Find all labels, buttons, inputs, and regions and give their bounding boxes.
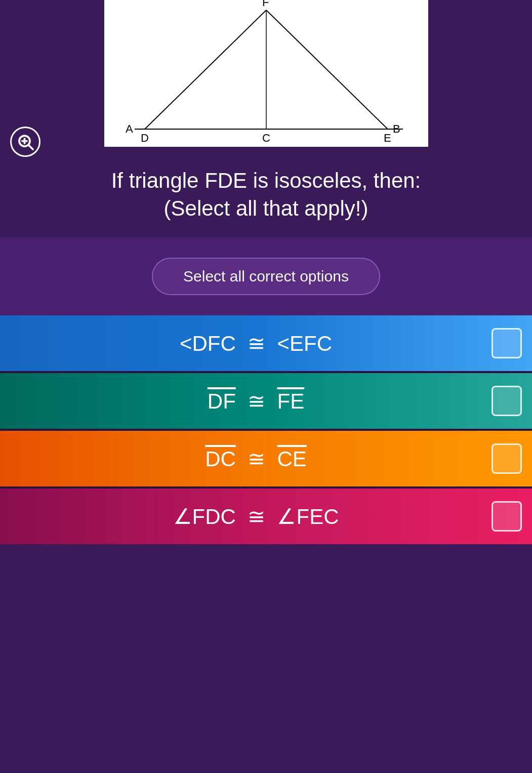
option-fdc-fec[interactable]: ∠FDC ≅ ∠FEC [0, 489, 532, 544]
option-df-fe-checkbox[interactable] [492, 386, 522, 416]
svg-text:E: E [384, 132, 391, 144]
svg-text:D: D [141, 132, 149, 144]
svg-line-5 [266, 10, 388, 129]
svg-text:A: A [126, 123, 133, 135]
instruction-pill: Select all correct options [152, 258, 380, 295]
option-dfc-efc[interactable]: <DFC ≅ <EFC [0, 315, 532, 371]
svg-line-1 [29, 145, 33, 149]
option-dfc-efc-text: <DFC ≅ <EFC [0, 331, 532, 356]
triangle-diagram: F A B D C E [104, 0, 428, 147]
diagram-section: F A B D C E [0, 0, 532, 147]
svg-text:F: F [262, 0, 269, 9]
zoom-button[interactable] [10, 127, 40, 157]
question-text: If triangle FDE is isosceles, then: (Sel… [30, 167, 502, 222]
option-dc-ce-checkbox[interactable] [492, 443, 522, 474]
option-dfc-efc-checkbox[interactable] [492, 328, 522, 358]
svg-text:C: C [262, 132, 270, 144]
option-dc-ce[interactable]: DC ≅ CE [0, 431, 532, 486]
svg-line-4 [145, 10, 266, 129]
option-fdc-fec-text: ∠FDC ≅ ∠FEC [0, 504, 532, 529]
svg-text:B: B [393, 123, 400, 135]
option-df-fe[interactable]: DF ≅ FE [0, 373, 532, 429]
instruction-section: Select all correct options [0, 237, 532, 315]
question-section: If triangle FDE is isosceles, then: (Sel… [0, 147, 532, 237]
option-df-fe-text: DF ≅ FE [0, 389, 532, 414]
option-dc-ce-text: DC ≅ CE [0, 446, 532, 471]
option-fdc-fec-checkbox[interactable] [492, 501, 522, 532]
options-container: <DFC ≅ <EFC DF ≅ FE DC ≅ CE ∠FDC ≅ ∠FEC [0, 315, 532, 544]
